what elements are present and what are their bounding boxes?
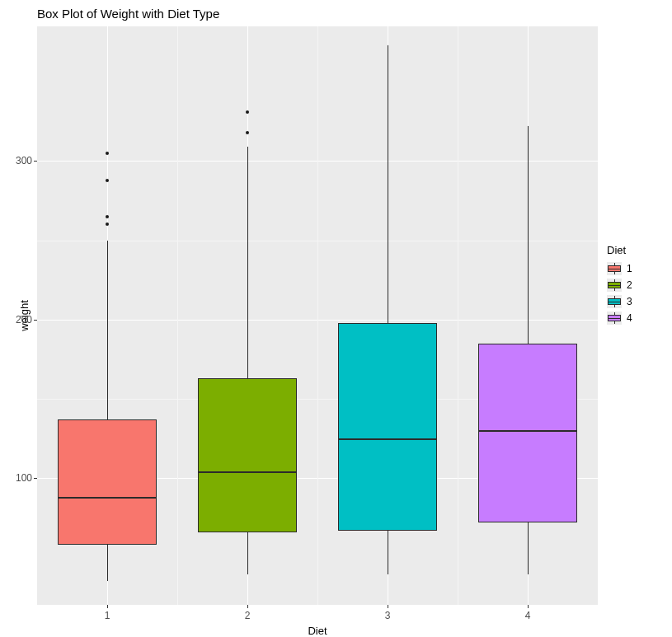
median-line — [338, 438, 438, 440]
outlier-point — [246, 131, 249, 134]
whisker-lower — [107, 545, 108, 581]
legend-swatch-icon — [608, 315, 621, 321]
legend-swatch-icon — [608, 282, 621, 288]
legend-item: 3 — [607, 294, 632, 309]
legend-key — [607, 311, 622, 325]
legend-key — [607, 295, 622, 308]
outlier-point — [246, 110, 249, 114]
whisker-lower — [247, 532, 248, 575]
whisker-upper — [247, 147, 248, 378]
legend-key — [607, 262, 622, 275]
gridline-minor-v — [458, 26, 458, 605]
y-tick-mark — [34, 161, 37, 162]
box — [58, 419, 157, 545]
legend-key — [607, 279, 622, 292]
legend-label: 4 — [627, 312, 632, 324]
legend-label: 1 — [627, 263, 632, 274]
whisker-upper — [528, 126, 529, 343]
legend: Diet 1234 — [607, 244, 632, 327]
plot-panel: weight Diet 1002003001234 — [37, 26, 598, 605]
x-tick-mark — [107, 605, 108, 608]
chart-container: Box Plot of Weight with Diet Type weight… — [0, 0, 672, 637]
median-line — [198, 471, 298, 473]
legend-label: 3 — [627, 296, 632, 307]
legend-label: 2 — [627, 279, 632, 291]
outlier-point — [106, 215, 109, 218]
median-line — [478, 430, 578, 432]
y-tick-mark — [34, 478, 37, 479]
outlier-point — [106, 179, 109, 182]
legend-item: 4 — [607, 311, 632, 326]
legend-item: 2 — [607, 278, 632, 293]
whisker-lower — [528, 522, 529, 574]
gridline-minor-v — [317, 26, 318, 605]
legend-swatch-icon — [608, 298, 621, 305]
x-tick-mark — [247, 605, 248, 608]
box — [478, 344, 578, 522]
legend-item: 1 — [607, 261, 632, 276]
x-tick-mark — [388, 605, 388, 608]
whisker-lower — [388, 531, 388, 575]
whisker-upper — [388, 45, 388, 323]
box — [338, 323, 438, 531]
gridline-minor-v — [177, 26, 178, 605]
x-axis-label: Diet — [308, 625, 327, 637]
x-tick-mark — [528, 605, 529, 608]
outlier-point — [106, 222, 109, 226]
outlier-point — [106, 152, 109, 155]
box — [198, 378, 298, 532]
y-tick-mark — [34, 320, 37, 321]
legend-title: Diet — [607, 244, 632, 256]
whisker-upper — [107, 241, 108, 419]
chart-title: Box Plot of Weight with Diet Type — [37, 7, 219, 21]
legend-swatch-icon — [608, 265, 621, 272]
median-line — [58, 497, 157, 499]
